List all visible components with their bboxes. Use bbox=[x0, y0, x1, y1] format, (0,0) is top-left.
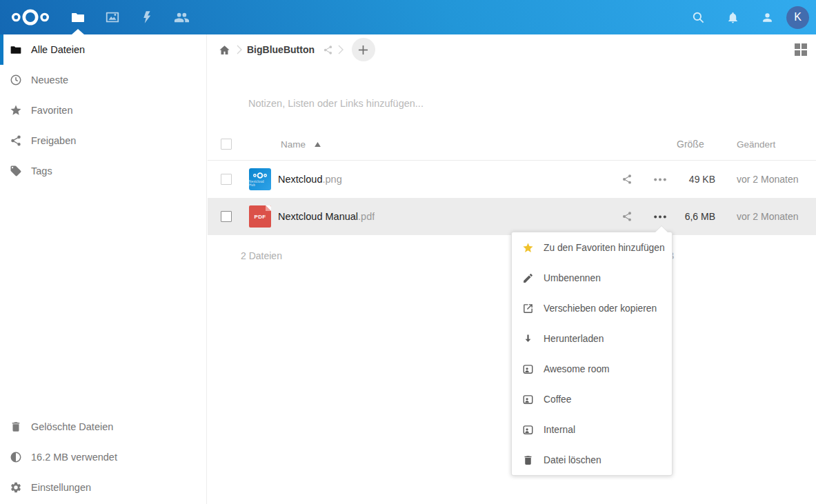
share-icon bbox=[621, 211, 633, 222]
file-name-cell: PDF Nextcloud Manual.pdf bbox=[249, 205, 610, 228]
sidebar-item-deleted-files[interactable]: Gelöschte Dateien bbox=[0, 412, 206, 442]
menu-item-room-awesome[interactable]: Awesome room bbox=[512, 354, 672, 384]
new-file-button[interactable] bbox=[352, 38, 375, 61]
menu-item-move-or-copy[interactable]: Verschieben oder kopieren bbox=[512, 293, 672, 323]
pencil-icon bbox=[522, 272, 534, 284]
file-actions-menu: Zu den Favoriten hinzufügen Umbenennen V… bbox=[511, 232, 673, 476]
menu-item-download[interactable]: Herunterladen bbox=[512, 323, 672, 354]
active-app-notch bbox=[72, 29, 84, 34]
nextcloud-logo-icon bbox=[10, 7, 50, 28]
notifications-button[interactable] bbox=[715, 0, 750, 34]
folder-icon bbox=[70, 10, 86, 25]
sidebar-item-shares[interactable]: Freigaben bbox=[0, 125, 206, 156]
row-more-actions-button-open[interactable] bbox=[644, 215, 677, 219]
download-icon bbox=[522, 333, 534, 345]
shared-indicator-icon[interactable] bbox=[323, 45, 333, 55]
tag-icon bbox=[10, 165, 22, 177]
menu-item-delete-file[interactable]: Datei löschen bbox=[512, 445, 672, 475]
sidebar-item-favorites[interactable]: Favoriten bbox=[0, 95, 206, 125]
sidebar-item-quota[interactable]: 16.2 MB verwendet bbox=[0, 442, 206, 472]
avatar[interactable]: K bbox=[786, 6, 809, 29]
table-header-row: Name Größe Geändert bbox=[208, 128, 816, 161]
select-all-cell bbox=[208, 139, 249, 150]
folder-icon bbox=[10, 43, 22, 56]
menu-item-room-internal[interactable]: Internal bbox=[512, 414, 672, 445]
sidebar-item-label: Alle Dateien bbox=[31, 44, 85, 55]
table-row[interactable]: PDF Nextcloud Manual.pdf 6,6 MB vor 2 Mo… bbox=[208, 198, 816, 235]
menu-item-label: Zu den Favoriten hinzufügen bbox=[544, 243, 665, 253]
nextcloud-logo[interactable] bbox=[9, 6, 52, 29]
row-share-button[interactable] bbox=[610, 211, 644, 222]
app-files-button[interactable] bbox=[61, 0, 95, 34]
sidebar-item-label: Favoriten bbox=[31, 105, 72, 116]
menu-item-label: Datei löschen bbox=[544, 455, 601, 465]
breadcrumb-folder[interactable]: BigBlueButton bbox=[247, 44, 315, 55]
size-header-cell[interactable]: Größe bbox=[677, 139, 715, 150]
nextcloud-logo-icon bbox=[252, 172, 268, 179]
row-check-cell bbox=[208, 211, 249, 222]
sidebar-item-recent[interactable]: Neueste bbox=[0, 65, 206, 95]
chevron-right-icon bbox=[338, 45, 344, 54]
notes-input[interactable]: Notizen, Listen oder Links hinzufügen... bbox=[248, 93, 795, 114]
star-icon bbox=[10, 104, 22, 117]
sidebar-item-all-files[interactable]: Alle Dateien bbox=[0, 34, 206, 65]
room-icon bbox=[522, 363, 534, 375]
breadcrumb-home-button[interactable] bbox=[217, 42, 232, 57]
contacts-menu-button[interactable] bbox=[750, 0, 784, 34]
activity-lightning-icon bbox=[140, 10, 154, 24]
row-more-actions-button[interactable] bbox=[644, 178, 677, 181]
menu-item-room-coffee[interactable]: Coffee bbox=[512, 384, 672, 414]
contacts-menu-person-icon bbox=[761, 11, 774, 24]
modified-header-cell[interactable]: Geändert bbox=[715, 139, 816, 150]
notifications-bell-icon bbox=[726, 11, 739, 24]
sidebar: Alle Dateien Neueste Favoriten Freigaben… bbox=[0, 34, 207, 504]
name-header-label: Name bbox=[281, 139, 306, 150]
gear-icon bbox=[10, 481, 22, 494]
pdf-badge: PDF bbox=[255, 214, 266, 220]
select-all-checkbox[interactable] bbox=[221, 139, 232, 150]
table-row[interactable]: Nextcloud Hub Nextcloud.png 49 KB vor 2 … bbox=[208, 161, 816, 198]
avatar-initial: K bbox=[794, 11, 802, 23]
breadcrumb: BigBlueButton bbox=[208, 34, 816, 65]
file-name[interactable]: Nextcloud.png bbox=[278, 174, 342, 185]
room-icon bbox=[522, 394, 534, 405]
trash-icon bbox=[10, 421, 22, 433]
sidebar-item-settings[interactable]: Einstellungen bbox=[0, 472, 206, 503]
file-name[interactable]: Nextcloud Manual.pdf bbox=[278, 211, 375, 222]
more-dots-icon bbox=[654, 178, 666, 181]
sidebar-item-label: 16.2 MB verwendet bbox=[31, 452, 117, 463]
file-modified: vor 2 Monaten bbox=[715, 211, 816, 222]
name-header-cell[interactable]: Name bbox=[249, 139, 610, 150]
contacts-people-icon bbox=[174, 10, 190, 26]
sort-ascending-icon bbox=[315, 142, 321, 147]
menu-item-rename[interactable]: Umbenennen bbox=[512, 263, 672, 293]
home-icon bbox=[219, 44, 230, 56]
menu-item-label: Herunterladen bbox=[544, 334, 604, 344]
grid-view-icon bbox=[795, 43, 807, 56]
sidebar-item-label: Einstellungen bbox=[31, 482, 91, 493]
sidebar-item-label: Tags bbox=[31, 165, 52, 177]
thumb-caption: Nextcloud Hub bbox=[249, 180, 271, 187]
share-icon bbox=[621, 174, 633, 185]
file-modified: vor 2 Monaten bbox=[715, 174, 816, 185]
app-photos-button[interactable] bbox=[95, 0, 130, 34]
menu-item-label: Internal bbox=[544, 425, 575, 435]
row-checkbox[interactable] bbox=[221, 211, 232, 222]
move-copy-icon bbox=[522, 303, 534, 314]
file-size: 49 KB bbox=[677, 174, 715, 185]
row-share-button[interactable] bbox=[610, 174, 644, 185]
clock-icon bbox=[10, 74, 22, 86]
row-checkbox[interactable] bbox=[221, 174, 232, 185]
sidebar-item-label: Neueste bbox=[31, 74, 68, 85]
menu-item-label: Coffee bbox=[544, 394, 571, 405]
menu-item-label: Awesome room bbox=[544, 364, 610, 374]
chevron-right-icon bbox=[237, 45, 242, 54]
search-button[interactable] bbox=[681, 0, 715, 34]
sidebar-item-tags[interactable]: Tags bbox=[0, 156, 206, 186]
grid-view-toggle[interactable] bbox=[795, 43, 807, 56]
file-thumbnail-nextcloud-png: Nextcloud Hub bbox=[249, 168, 271, 190]
app-contacts-button[interactable] bbox=[164, 0, 199, 34]
file-name-cell: Nextcloud Hub Nextcloud.png bbox=[249, 168, 610, 190]
menu-item-add-to-favorites[interactable]: Zu den Favoriten hinzufügen bbox=[512, 232, 672, 263]
app-activity-button[interactable] bbox=[130, 0, 164, 34]
